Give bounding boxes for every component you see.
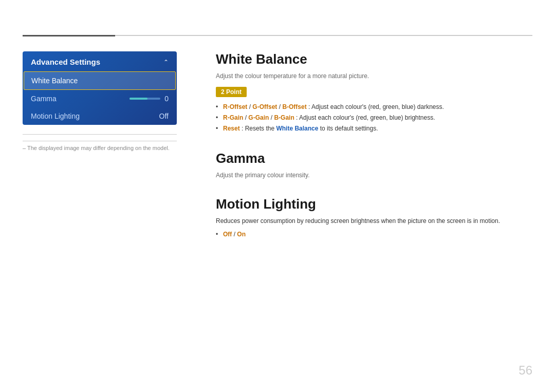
reset-desc-1: : Resets the [242,125,276,132]
main-content: White Balance Adjust the colour temperat… [216,51,532,256]
sidebar-item-gamma[interactable]: Gamma 0 [23,90,177,107]
reset-desc-2: to its default settings. [320,125,378,132]
sidebar-motion-value: Off [159,112,169,120]
offset-desc: : Adjust each colour's (red, green, blue… [308,103,444,110]
chevron-up-icon[interactable]: ⌃ [163,59,169,66]
sidebar-motion-label: Motion Lighting [31,112,80,120]
sidebar: Advanced Settings ⌃ White Balance Gamma … [23,51,177,152]
sidebar-item-label: White Balance [31,77,78,85]
sidebar-note-text: – The displayed image may differ dependi… [23,144,177,152]
sidebar-divider [23,141,177,141]
bullet-reset: Reset : Resets the White Balance to its … [216,124,532,134]
sidebar-header: Advanced Settings ⌃ [23,51,177,71]
top-divider-dark [23,35,115,36]
white-balance-bullets: R-Offset / G-Offset / B-Offset : Adjust … [216,102,532,134]
gamma-track [130,98,160,100]
motion-lighting-section: Motion Lighting Reduces power consumptio… [216,196,532,239]
sidebar-note: – The displayed image may differ dependi… [23,134,177,152]
g-offset-link: G-Offset [252,103,277,110]
sidebar-panel: Advanced Settings ⌃ White Balance Gamma … [23,51,177,125]
white-balance-section: White Balance Adjust the colour temperat… [216,51,532,134]
bullet-r-offset-g-offset-b-offset: R-Offset / G-Offset / B-Offset : Adjust … [216,102,532,112]
motion-lighting-title: Motion Lighting [216,196,532,212]
gamma-fill [130,98,147,100]
gamma-description: Adjust the primary colour intensity. [216,171,532,180]
reset-link: Reset [223,125,240,132]
sidebar-gamma-label: Gamma [31,95,57,103]
g-gain-link: G-Gain [248,114,269,121]
motion-lighting-description: Reduces power consumption by reducing sc… [216,216,532,226]
gamma-title: Gamma [216,151,532,166]
r-offset-link: R-Offset [223,103,247,110]
two-point-badge: 2 Point [216,87,247,97]
b-offset-link: B-Offset [282,103,306,110]
sidebar-item-motion-lighting[interactable]: Motion Lighting Off [23,107,177,125]
off-link: Off [223,231,232,238]
r-gain-link: R-Gain [223,114,243,121]
bullet-off-on: Off / On [216,230,532,239]
gamma-section: Gamma Adjust the primary colour intensit… [216,151,532,180]
bullet-r-gain-g-gain-b-gain: R-Gain / G-Gain / B-Gain : Adjust each c… [216,113,532,123]
sidebar-title: Advanced Settings [31,58,100,66]
white-balance-description: Adjust the colour temperature for a more… [216,71,532,81]
white-balance-link: White Balance [276,125,318,132]
gamma-slider-area: 0 [130,95,169,103]
sidebar-item-white-balance[interactable]: White Balance [24,71,176,90]
b-gain-link: B-Gain [274,114,294,121]
on-link: On [237,231,246,238]
gamma-value: 0 [164,95,169,103]
page-number: 56 [519,363,532,378]
white-balance-title: White Balance [216,51,532,67]
gain-desc: : Adjust each colour's (red, green, blue… [296,114,435,121]
motion-lighting-bullets: Off / On [216,230,532,239]
